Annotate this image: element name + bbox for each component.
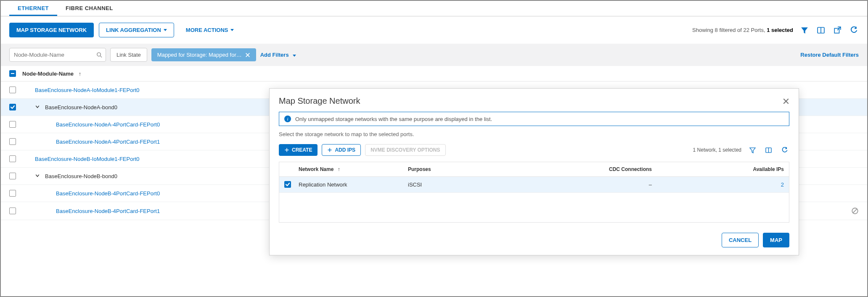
cell-name: BaseEnclosure-NodeA-4PortCard-FEPort0 [22, 121, 160, 128]
cell-name: BaseEnclosure-NodeB-4PortCard-FEPort0 [22, 190, 160, 197]
cell-cdc: – [542, 181, 652, 188]
row-checkbox[interactable] [9, 87, 16, 93]
select-all-checkbox[interactable] [9, 70, 16, 77]
filter-link-state[interactable]: Link State [110, 48, 147, 62]
network-count-text: 1 Network, 1 selected [693, 147, 741, 153]
filter-bar: Link State Mapped for Storage: Mapped fo… [1, 44, 867, 66]
network-table-header: Network Name ↑ Purposes CDC Connections … [279, 162, 789, 177]
restore-default-filters[interactable]: Restore Default Filters [800, 52, 859, 58]
port-label: BaseEnclosure-NodeA-bond0 [45, 104, 117, 110]
columns-icon[interactable] [763, 145, 773, 155]
cell-available-ips[interactable]: 2 [652, 181, 784, 188]
add-filters-label: Add Filters [260, 52, 289, 58]
add-filters-dropdown[interactable]: Add Filters [260, 52, 296, 58]
popout-icon[interactable] [832, 25, 842, 35]
column-header-name[interactable]: Node-Module-Name ↑ [22, 71, 81, 77]
cell-name: BaseEnclosure-NodeB-bond0 [22, 173, 117, 179]
row-checkbox[interactable] [9, 208, 16, 214]
refresh-icon[interactable] [779, 145, 789, 155]
port-link[interactable]: BaseEnclosure-NodeA-4PortCard-FEPort1 [56, 139, 160, 145]
cell-name: BaseEnclosure-NodeB-4PortCard-FEPort1 [22, 208, 160, 214]
network-table: Network Name ↑ Purposes CDC Connections … [279, 162, 789, 223]
caret-down-icon [164, 29, 167, 31]
row-checkbox[interactable] [9, 121, 16, 128]
cell-name: BaseEnclosure-NodeB-IoModule1-FEPort0 [22, 156, 140, 162]
ban-icon [851, 207, 859, 215]
col-available-ips[interactable]: Available IPs [652, 166, 784, 172]
main-toolbar: MAP STORAGE NETWORK LINK AGGREGATION MOR… [1, 16, 867, 44]
cell-network-name: Replication Network [299, 181, 408, 188]
cell-name: BaseEnclosure-NodeA-IoModule1-FEPort0 [22, 87, 140, 93]
network-row[interactable]: Replication Network iSCSI – 2 [279, 177, 789, 193]
create-button[interactable]: CREATE [279, 144, 318, 156]
dialog-title: Map Storage Network [279, 96, 360, 106]
col-network-name[interactable]: Network Name ↑ [299, 166, 408, 172]
filter-status-text: Showing 8 filtered of 22 Ports, 1 select… [692, 27, 793, 33]
link-aggregation-dropdown[interactable]: LINK AGGREGATION [99, 23, 174, 37]
port-link[interactable]: BaseEnclosure-NodeB-IoModule1-FEPort0 [35, 156, 140, 162]
info-banner: i Only unmapped storage networks with th… [279, 112, 789, 126]
close-icon[interactable] [783, 98, 789, 105]
filter-icon[interactable] [799, 25, 810, 35]
tab-ethernet[interactable]: ETHERNET [9, 1, 57, 16]
row-checkbox[interactable] [284, 181, 291, 188]
add-ips-button[interactable]: ADD IPS [322, 144, 361, 156]
dialog-footer: CANCEL MAP [279, 233, 789, 247]
row-checkbox[interactable] [9, 155, 16, 162]
cell-purposes: iSCSI [408, 181, 542, 188]
create-label: CREATE [292, 147, 312, 153]
filter-icon[interactable] [747, 145, 757, 155]
map-storage-network-dialog: Map Storage Network i Only unmapped stor… [269, 88, 799, 255]
sort-ascending-icon: ↑ [338, 166, 340, 172]
column-header-name-label: Node-Module-Name [22, 71, 74, 77]
chevron-down-icon[interactable] [35, 173, 41, 178]
row-checkbox[interactable] [9, 190, 16, 197]
table-header: Node-Module-Name ↑ [1, 66, 867, 81]
filter-mapped-for-storage[interactable]: Mapped for Storage: Mapped for… [151, 48, 256, 61]
more-actions-label: MORE ACTIONS [186, 27, 228, 33]
add-ips-label: ADD IPS [335, 147, 355, 153]
caret-down-icon [230, 29, 234, 31]
columns-icon[interactable] [816, 25, 826, 35]
port-link[interactable]: BaseEnclosure-NodeB-4PortCard-FEPort0 [56, 190, 160, 197]
caret-down-icon [293, 55, 296, 57]
row-checkbox[interactable] [9, 104, 16, 110]
search-icon [96, 52, 103, 58]
map-button[interactable]: MAP [763, 233, 789, 247]
col-cdc-connections[interactable]: CDC Connections [542, 166, 652, 172]
search-input[interactable] [9, 48, 106, 62]
tab-fibre-channel[interactable]: FIBRE CHANNEL [57, 1, 122, 16]
chevron-down-icon[interactable] [35, 104, 41, 109]
port-label: BaseEnclosure-NodeB-bond0 [45, 173, 117, 179]
port-link[interactable]: BaseEnclosure-NodeA-4PortCard-FEPort0 [56, 121, 160, 128]
cancel-button[interactable]: CANCEL [722, 233, 759, 247]
row-checkbox[interactable] [9, 173, 16, 179]
cell-name: BaseEnclosure-NodeA-bond0 [22, 104, 117, 110]
refresh-icon[interactable] [849, 25, 859, 35]
row-checkbox[interactable] [9, 138, 16, 145]
filter-mapped-label: Mapped for Storage: Mapped for… [157, 52, 242, 58]
map-storage-network-button[interactable]: MAP STORAGE NETWORK [9, 23, 94, 37]
info-icon: i [284, 116, 291, 122]
port-link[interactable]: BaseEnclosure-NodeB-4PortCard-FEPort1 [56, 208, 160, 214]
search-box [9, 48, 106, 62]
col-network-name-label: Network Name [299, 166, 333, 172]
nvme-discovery-button: NVME DISCOVERY OPTIONS [365, 144, 445, 156]
port-link[interactable]: BaseEnclosure-NodeA-IoModule1-FEPort0 [35, 87, 140, 93]
status-selected: 1 selected [767, 27, 793, 33]
cell-name: BaseEnclosure-NodeA-4PortCard-FEPort1 [22, 139, 160, 145]
sort-ascending-icon: ↑ [79, 71, 82, 77]
link-aggregation-label: LINK AGGREGATION [106, 27, 161, 33]
dialog-toolbar: CREATE ADD IPS NVME DISCOVERY OPTIONS 1 … [279, 144, 789, 156]
dialog-subtitle: Select the storage network to map to the… [279, 131, 789, 137]
col-purposes[interactable]: Purposes [408, 166, 542, 172]
tab-bar: ETHERNET FIBRE CHANNEL [1, 1, 867, 16]
more-actions-dropdown[interactable]: MORE ACTIONS [179, 23, 241, 37]
close-icon[interactable] [245, 53, 250, 58]
status-prefix: Showing 8 filtered of 22 Ports, [692, 27, 767, 33]
info-banner-text: Only unmapped storage networks with the … [295, 116, 492, 122]
